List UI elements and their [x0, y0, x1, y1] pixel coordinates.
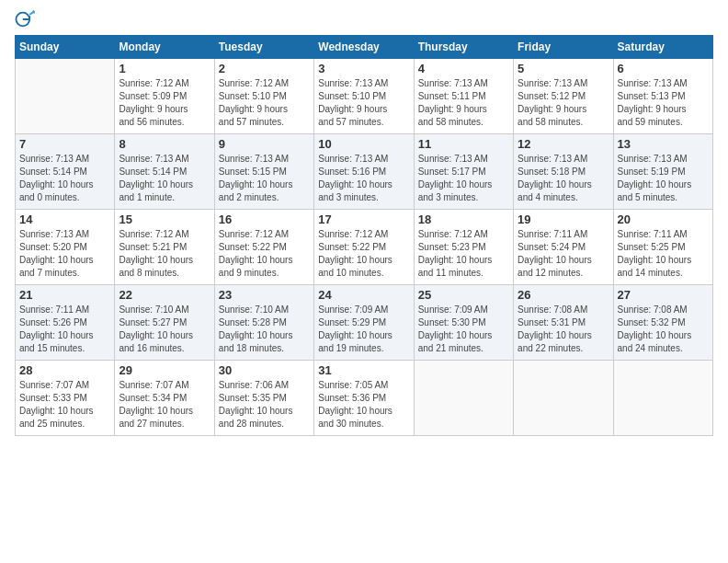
day-info: Sunrise: 7:13 AM Sunset: 5:20 PM Dayligh… [19, 228, 110, 280]
day-info: Sunrise: 7:13 AM Sunset: 5:17 PM Dayligh… [418, 153, 509, 204]
day-number: 19 [518, 213, 609, 226]
calendar-cell: 27Sunrise: 7:08 AM Sunset: 5:32 PM Dayli… [613, 285, 712, 361]
calendar-cell: 1Sunrise: 7:12 AM Sunset: 5:09 PM Daylig… [115, 59, 214, 134]
calendar-cell: 12Sunrise: 7:13 AM Sunset: 5:18 PM Dayli… [514, 134, 613, 210]
day-number: 12 [518, 137, 609, 151]
day-header-tuesday: Tuesday [214, 36, 313, 59]
day-number: 20 [618, 213, 709, 226]
day-info: Sunrise: 7:12 AM Sunset: 5:21 PM Dayligh… [119, 228, 210, 280]
day-info: Sunrise: 7:10 AM Sunset: 5:28 PM Dayligh… [219, 304, 310, 355]
day-number: 8 [119, 137, 210, 151]
day-info: Sunrise: 7:13 AM Sunset: 5:13 PM Dayligh… [618, 77, 709, 129]
day-number: 3 [318, 62, 409, 75]
day-info: Sunrise: 7:13 AM Sunset: 5:16 PM Dayligh… [318, 153, 409, 204]
calendar-cell: 22Sunrise: 7:10 AM Sunset: 5:27 PM Dayli… [115, 285, 214, 361]
day-number: 17 [318, 213, 409, 226]
day-header-thursday: Thursday [414, 36, 513, 59]
day-info: Sunrise: 7:13 AM Sunset: 5:19 PM Dayligh… [618, 153, 709, 204]
day-header-sunday: Sunday [16, 36, 115, 59]
calendar-cell: 28Sunrise: 7:07 AM Sunset: 5:33 PM Dayli… [16, 361, 115, 436]
calendar-cell: 21Sunrise: 7:11 AM Sunset: 5:26 PM Dayli… [16, 285, 115, 361]
calendar-cell: 30Sunrise: 7:06 AM Sunset: 5:35 PM Dayli… [214, 361, 313, 436]
calendar-cell: 4Sunrise: 7:13 AM Sunset: 5:11 PM Daylig… [414, 59, 513, 134]
day-info: Sunrise: 7:13 AM Sunset: 5:14 PM Dayligh… [119, 153, 210, 204]
day-header-friday: Friday [514, 36, 613, 59]
day-number: 10 [318, 137, 409, 151]
week-row-5: 28Sunrise: 7:07 AM Sunset: 5:33 PM Dayli… [16, 361, 713, 436]
week-row-3: 14Sunrise: 7:13 AM Sunset: 5:20 PM Dayli… [16, 210, 713, 285]
day-number: 22 [119, 288, 210, 302]
calendar-cell: 11Sunrise: 7:13 AM Sunset: 5:17 PM Dayli… [414, 134, 513, 210]
day-info: Sunrise: 7:12 AM Sunset: 5:23 PM Dayligh… [418, 228, 509, 280]
day-number: 15 [119, 213, 210, 226]
day-number: 2 [219, 62, 310, 75]
day-info: Sunrise: 7:12 AM Sunset: 5:10 PM Dayligh… [219, 77, 310, 129]
day-number: 16 [219, 213, 310, 226]
week-row-2: 7Sunrise: 7:13 AM Sunset: 5:14 PM Daylig… [16, 134, 713, 210]
calendar-cell: 15Sunrise: 7:12 AM Sunset: 5:21 PM Dayli… [115, 210, 214, 285]
week-row-1: 1Sunrise: 7:12 AM Sunset: 5:09 PM Daylig… [16, 59, 713, 134]
calendar-cell: 19Sunrise: 7:11 AM Sunset: 5:24 PM Dayli… [514, 210, 613, 285]
header-row: SundayMondayTuesdayWednesdayThursdayFrid… [16, 36, 713, 59]
calendar-cell: 24Sunrise: 7:09 AM Sunset: 5:29 PM Dayli… [314, 285, 414, 361]
day-number: 21 [19, 288, 110, 302]
calendar-cell: 31Sunrise: 7:05 AM Sunset: 5:36 PM Dayli… [314, 361, 414, 436]
calendar-cell [514, 361, 613, 436]
day-header-wednesday: Wednesday [314, 36, 414, 59]
calendar-cell: 6Sunrise: 7:13 AM Sunset: 5:13 PM Daylig… [613, 59, 712, 134]
day-info: Sunrise: 7:08 AM Sunset: 5:32 PM Dayligh… [618, 304, 709, 355]
logo-icon [15, 9, 35, 29]
calendar-cell: 29Sunrise: 7:07 AM Sunset: 5:34 PM Dayli… [115, 361, 214, 436]
day-header-saturday: Saturday [613, 36, 712, 59]
day-info: Sunrise: 7:05 AM Sunset: 5:36 PM Dayligh… [318, 379, 409, 431]
day-info: Sunrise: 7:11 AM Sunset: 5:25 PM Dayligh… [618, 228, 709, 280]
day-info: Sunrise: 7:13 AM Sunset: 5:10 PM Dayligh… [318, 77, 409, 129]
day-number: 18 [418, 213, 509, 226]
calendar-cell: 20Sunrise: 7:11 AM Sunset: 5:25 PM Dayli… [613, 210, 712, 285]
day-info: Sunrise: 7:09 AM Sunset: 5:29 PM Dayligh… [318, 304, 409, 355]
day-number: 1 [119, 62, 210, 75]
day-info: Sunrise: 7:06 AM Sunset: 5:35 PM Dayligh… [219, 379, 310, 431]
calendar-cell: 13Sunrise: 7:13 AM Sunset: 5:19 PM Dayli… [613, 134, 712, 210]
calendar-table: SundayMondayTuesdayWednesdayThursdayFrid… [15, 35, 713, 436]
logo [15, 9, 39, 29]
calendar-cell: 3Sunrise: 7:13 AM Sunset: 5:10 PM Daylig… [314, 59, 414, 134]
day-number: 27 [618, 288, 709, 302]
day-info: Sunrise: 7:07 AM Sunset: 5:34 PM Dayligh… [119, 379, 210, 431]
svg-marker-1 [31, 10, 35, 14]
day-info: Sunrise: 7:13 AM Sunset: 5:15 PM Dayligh… [219, 153, 310, 204]
day-number: 4 [418, 62, 509, 75]
day-info: Sunrise: 7:13 AM Sunset: 5:12 PM Dayligh… [518, 77, 609, 129]
day-info: Sunrise: 7:12 AM Sunset: 5:22 PM Dayligh… [219, 228, 310, 280]
calendar-cell: 7Sunrise: 7:13 AM Sunset: 5:14 PM Daylig… [16, 134, 115, 210]
day-number: 24 [318, 288, 409, 302]
calendar-cell: 25Sunrise: 7:09 AM Sunset: 5:30 PM Dayli… [414, 285, 513, 361]
calendar-cell: 8Sunrise: 7:13 AM Sunset: 5:14 PM Daylig… [115, 134, 214, 210]
day-info: Sunrise: 7:12 AM Sunset: 5:09 PM Dayligh… [119, 77, 210, 129]
day-info: Sunrise: 7:13 AM Sunset: 5:14 PM Dayligh… [19, 153, 110, 204]
calendar-cell: 18Sunrise: 7:12 AM Sunset: 5:23 PM Dayli… [414, 210, 513, 285]
calendar-cell: 9Sunrise: 7:13 AM Sunset: 5:15 PM Daylig… [214, 134, 313, 210]
day-info: Sunrise: 7:11 AM Sunset: 5:26 PM Dayligh… [19, 304, 110, 355]
calendar-cell: 14Sunrise: 7:13 AM Sunset: 5:20 PM Dayli… [16, 210, 115, 285]
calendar-cell: 23Sunrise: 7:10 AM Sunset: 5:28 PM Dayli… [214, 285, 313, 361]
day-number: 6 [618, 62, 709, 75]
day-number: 30 [219, 363, 310, 377]
day-info: Sunrise: 7:11 AM Sunset: 5:24 PM Dayligh… [518, 228, 609, 280]
day-number: 5 [518, 62, 609, 75]
day-info: Sunrise: 7:10 AM Sunset: 5:27 PM Dayligh… [119, 304, 210, 355]
day-number: 9 [219, 137, 310, 151]
day-info: Sunrise: 7:12 AM Sunset: 5:22 PM Dayligh… [318, 228, 409, 280]
day-number: 14 [19, 213, 110, 226]
day-info: Sunrise: 7:08 AM Sunset: 5:31 PM Dayligh… [518, 304, 609, 355]
page-container: SundayMondayTuesdayWednesdayThursdayFrid… [0, 0, 728, 445]
day-info: Sunrise: 7:09 AM Sunset: 5:30 PM Dayligh… [418, 304, 509, 355]
header [15, 9, 713, 29]
day-number: 7 [19, 137, 110, 151]
day-number: 29 [119, 363, 210, 377]
calendar-cell: 26Sunrise: 7:08 AM Sunset: 5:31 PM Dayli… [514, 285, 613, 361]
day-info: Sunrise: 7:13 AM Sunset: 5:18 PM Dayligh… [518, 153, 609, 204]
day-number: 23 [219, 288, 310, 302]
calendar-cell [16, 59, 115, 134]
calendar-cell: 2Sunrise: 7:12 AM Sunset: 5:10 PM Daylig… [214, 59, 313, 134]
